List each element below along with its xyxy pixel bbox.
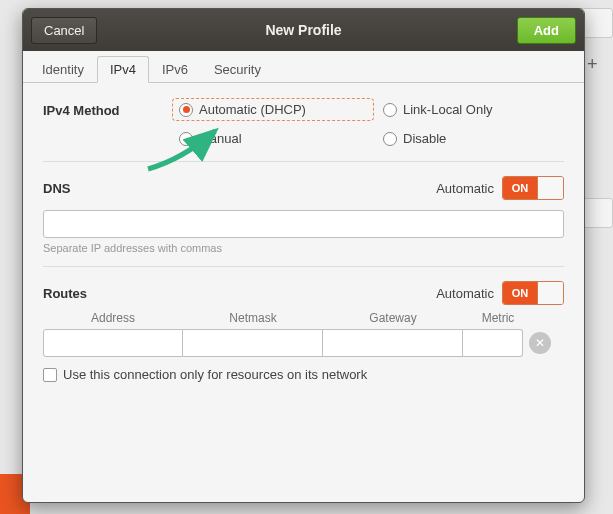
routes-header-metric: Metric (463, 311, 533, 325)
plus-icon: + (587, 54, 607, 74)
routes-automatic-label: Automatic (436, 286, 494, 301)
new-profile-dialog: Cancel New Profile Add Identity IPv4 IPv… (22, 8, 585, 503)
add-button[interactable]: Add (517, 17, 576, 44)
tab-security[interactable]: Security (201, 56, 274, 83)
routes-header-address: Address (43, 311, 183, 325)
radio-manual[interactable]: Manual (173, 128, 373, 149)
titlebar: Cancel New Profile Add (23, 9, 584, 51)
switch-on-label: ON (503, 177, 537, 199)
tab-ipv4[interactable]: IPv4 (97, 56, 149, 83)
dns-heading: DNS (43, 181, 70, 196)
routes-automatic-switch[interactable]: ON (502, 281, 564, 305)
checkbox-label: Use this connection only for resources o… (63, 367, 367, 382)
radio-automatic-dhcp[interactable]: Automatic (DHCP) (173, 99, 373, 120)
resources-only-checkbox[interactable]: Use this connection only for resources o… (43, 367, 564, 382)
switch-on-label: ON (503, 282, 537, 304)
tab-identity[interactable]: Identity (29, 56, 97, 83)
route-address-input[interactable] (43, 329, 183, 357)
radio-label: Disable (403, 131, 446, 146)
tabs: Identity IPv4 IPv6 Security (23, 51, 584, 83)
radio-label: Link-Local Only (403, 102, 493, 117)
route-netmask-input[interactable] (183, 329, 323, 357)
routes-header-gateway: Gateway (323, 311, 463, 325)
radio-icon (383, 132, 397, 146)
radio-label: Manual (199, 131, 242, 146)
routes-heading: Routes (43, 286, 87, 301)
dialog-title: New Profile (23, 22, 584, 38)
radio-icon (179, 103, 193, 117)
dns-hint: Separate IP addresses with commas (43, 242, 564, 254)
route-gateway-input[interactable] (323, 329, 463, 357)
tab-ipv6[interactable]: IPv6 (149, 56, 201, 83)
routes-row-0: ✕ (43, 329, 564, 357)
checkbox-icon (43, 368, 57, 382)
switch-knob (537, 177, 563, 199)
radio-link-local-only[interactable]: Link-Local Only (377, 99, 537, 120)
dns-automatic-label: Automatic (436, 181, 494, 196)
radio-disable[interactable]: Disable (377, 128, 537, 149)
ipv4-method-label: IPv4 Method (43, 99, 173, 118)
cancel-button[interactable]: Cancel (31, 17, 97, 44)
switch-knob (537, 282, 563, 304)
radio-icon (383, 103, 397, 117)
close-icon: ✕ (535, 336, 545, 350)
routes-header-netmask: Netmask (183, 311, 323, 325)
dns-input[interactable] (43, 210, 564, 238)
route-delete-button[interactable]: ✕ (529, 332, 551, 354)
radio-icon (179, 132, 193, 146)
route-metric-input[interactable] (463, 329, 523, 357)
dns-automatic-switch[interactable]: ON (502, 176, 564, 200)
radio-label: Automatic (DHCP) (199, 102, 306, 117)
